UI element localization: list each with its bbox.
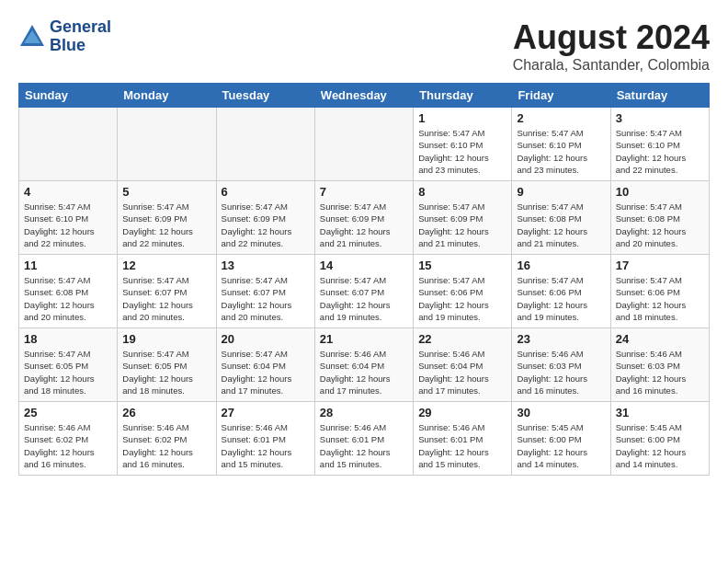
day-info: Sunrise: 5:47 AM Sunset: 6:07 PM Dayligh… [222, 274, 310, 323]
day-info: Sunrise: 5:46 AM Sunset: 6:02 PM Dayligh… [24, 421, 112, 470]
calendar-cell: 30Sunrise: 5:45 AM Sunset: 6:00 PM Dayli… [512, 402, 610, 476]
day-number: 24 [616, 332, 704, 346]
calendar-cell: 9Sunrise: 5:47 AM Sunset: 6:08 PM Daylig… [512, 181, 610, 255]
day-number: 5 [122, 185, 210, 199]
calendar-cell: 1Sunrise: 5:47 AM Sunset: 6:10 PM Daylig… [414, 108, 512, 181]
day-info: Sunrise: 5:47 AM Sunset: 6:09 PM Dayligh… [320, 201, 408, 249]
month-year: August 2024 [513, 18, 710, 57]
day-header-monday: Monday [118, 84, 216, 108]
day-info: Sunrise: 5:47 AM Sunset: 6:05 PM Dayligh… [122, 348, 210, 396]
day-number: 23 [517, 332, 605, 346]
calendar-cell: 11Sunrise: 5:47 AM Sunset: 6:08 PM Dayli… [19, 255, 118, 328]
calendar-cell: 6Sunrise: 5:47 AM Sunset: 6:09 PM Daylig… [216, 181, 314, 255]
day-info: Sunrise: 5:47 AM Sunset: 6:07 PM Dayligh… [122, 274, 210, 323]
day-info: Sunrise: 5:46 AM Sunset: 6:01 PM Dayligh… [222, 421, 310, 470]
day-info: Sunrise: 5:47 AM Sunset: 6:05 PM Dayligh… [24, 348, 112, 396]
location: Charala, Santander, Colombia [513, 57, 710, 74]
calendar-cell: 28Sunrise: 5:46 AM Sunset: 6:01 PM Dayli… [314, 402, 413, 476]
calendar-cell: 8Sunrise: 5:47 AM Sunset: 6:09 PM Daylig… [414, 181, 512, 255]
day-number: 1 [418, 111, 506, 125]
day-number: 9 [517, 185, 605, 199]
calendar-cell: 13Sunrise: 5:47 AM Sunset: 6:07 PM Dayli… [216, 255, 314, 328]
day-number: 4 [24, 185, 112, 199]
day-info: Sunrise: 5:45 AM Sunset: 6:00 PM Dayligh… [517, 421, 605, 470]
day-info: Sunrise: 5:47 AM Sunset: 6:08 PM Dayligh… [616, 201, 704, 249]
calendar-cell: 26Sunrise: 5:46 AM Sunset: 6:02 PM Dayli… [118, 402, 216, 476]
day-info: Sunrise: 5:47 AM Sunset: 6:08 PM Dayligh… [517, 201, 605, 249]
calendar-cell [216, 108, 314, 181]
page-header: General Blue August 2024 Charala, Santan… [18, 18, 710, 74]
day-number: 21 [320, 332, 408, 346]
calendar-cell: 12Sunrise: 5:47 AM Sunset: 6:07 PM Dayli… [118, 255, 216, 328]
day-info: Sunrise: 5:47 AM Sunset: 6:06 PM Dayligh… [418, 274, 506, 323]
day-info: Sunrise: 5:46 AM Sunset: 6:04 PM Dayligh… [320, 348, 408, 396]
calendar-cell: 3Sunrise: 5:47 AM Sunset: 6:10 PM Daylig… [610, 108, 709, 181]
day-info: Sunrise: 5:47 AM Sunset: 6:06 PM Dayligh… [517, 274, 605, 323]
day-number: 29 [418, 406, 506, 419]
week-row-4: 18Sunrise: 5:47 AM Sunset: 6:05 PM Dayli… [19, 328, 710, 402]
week-row-1: 1Sunrise: 5:47 AM Sunset: 6:10 PM Daylig… [19, 108, 710, 181]
day-number: 15 [418, 259, 506, 272]
day-number: 13 [222, 259, 310, 272]
day-number: 3 [616, 111, 704, 125]
day-number: 20 [222, 332, 310, 346]
day-header-thursday: Thursday [414, 84, 512, 108]
calendar-cell: 19Sunrise: 5:47 AM Sunset: 6:05 PM Dayli… [118, 328, 216, 402]
day-info: Sunrise: 5:46 AM Sunset: 6:04 PM Dayligh… [418, 348, 506, 396]
day-info: Sunrise: 5:47 AM Sunset: 6:04 PM Dayligh… [222, 348, 310, 396]
calendar-cell [118, 108, 216, 181]
calendar-cell: 25Sunrise: 5:46 AM Sunset: 6:02 PM Dayli… [19, 402, 118, 476]
day-number: 30 [517, 406, 605, 419]
day-header-wednesday: Wednesday [314, 84, 413, 108]
calendar-cell: 24Sunrise: 5:46 AM Sunset: 6:03 PM Dayli… [610, 328, 709, 402]
day-info: Sunrise: 5:46 AM Sunset: 6:03 PM Dayligh… [616, 348, 704, 396]
day-header-sunday: Sunday [19, 84, 118, 108]
calendar-cell: 14Sunrise: 5:47 AM Sunset: 6:07 PM Dayli… [314, 255, 413, 328]
calendar-cell: 31Sunrise: 5:45 AM Sunset: 6:00 PM Dayli… [610, 402, 709, 476]
calendar-cell: 22Sunrise: 5:46 AM Sunset: 6:04 PM Dayli… [414, 328, 512, 402]
calendar-cell: 17Sunrise: 5:47 AM Sunset: 6:06 PM Dayli… [610, 255, 709, 328]
day-info: Sunrise: 5:47 AM Sunset: 6:07 PM Dayligh… [320, 274, 408, 323]
day-number: 7 [320, 185, 408, 199]
calendar-cell: 21Sunrise: 5:46 AM Sunset: 6:04 PM Dayli… [314, 328, 413, 402]
calendar-cell: 27Sunrise: 5:46 AM Sunset: 6:01 PM Dayli… [216, 402, 314, 476]
day-number: 6 [222, 185, 310, 199]
day-number: 22 [418, 332, 506, 346]
calendar-cell: 4Sunrise: 5:47 AM Sunset: 6:10 PM Daylig… [19, 181, 118, 255]
day-header-friday: Friday [512, 84, 610, 108]
calendar-cell: 18Sunrise: 5:47 AM Sunset: 6:05 PM Dayli… [19, 328, 118, 402]
day-number: 11 [24, 259, 112, 272]
day-info: Sunrise: 5:47 AM Sunset: 6:08 PM Dayligh… [24, 274, 112, 323]
day-number: 16 [517, 259, 605, 272]
day-number: 18 [24, 332, 112, 346]
day-info: Sunrise: 5:47 AM Sunset: 6:10 PM Dayligh… [24, 201, 112, 249]
logo-text: General Blue [50, 18, 111, 55]
day-number: 10 [616, 185, 704, 199]
calendar-cell: 23Sunrise: 5:46 AM Sunset: 6:03 PM Dayli… [512, 328, 610, 402]
day-info: Sunrise: 5:47 AM Sunset: 6:09 PM Dayligh… [418, 201, 506, 249]
day-info: Sunrise: 5:47 AM Sunset: 6:06 PM Dayligh… [616, 274, 704, 323]
day-number: 17 [616, 259, 704, 272]
day-info: Sunrise: 5:47 AM Sunset: 6:10 PM Dayligh… [616, 127, 704, 176]
calendar-cell: 15Sunrise: 5:47 AM Sunset: 6:06 PM Dayli… [414, 255, 512, 328]
day-number: 8 [418, 185, 506, 199]
day-number: 25 [24, 406, 112, 419]
day-info: Sunrise: 5:46 AM Sunset: 6:01 PM Dayligh… [418, 421, 506, 470]
title-block: August 2024 Charala, Santander, Colombia [513, 18, 710, 74]
day-info: Sunrise: 5:47 AM Sunset: 6:09 PM Dayligh… [122, 201, 210, 249]
day-number: 14 [320, 259, 408, 272]
week-row-2: 4Sunrise: 5:47 AM Sunset: 6:10 PM Daylig… [19, 181, 710, 255]
day-info: Sunrise: 5:47 AM Sunset: 6:09 PM Dayligh… [222, 201, 310, 249]
day-info: Sunrise: 5:46 AM Sunset: 6:03 PM Dayligh… [517, 348, 605, 396]
day-number: 26 [122, 406, 210, 419]
day-number: 31 [616, 406, 704, 419]
day-info: Sunrise: 5:46 AM Sunset: 6:01 PM Dayligh… [320, 421, 408, 470]
day-info: Sunrise: 5:46 AM Sunset: 6:02 PM Dayligh… [122, 421, 210, 470]
week-row-5: 25Sunrise: 5:46 AM Sunset: 6:02 PM Dayli… [19, 402, 710, 476]
calendar-cell: 20Sunrise: 5:47 AM Sunset: 6:04 PM Dayli… [216, 328, 314, 402]
calendar-cell: 16Sunrise: 5:47 AM Sunset: 6:06 PM Dayli… [512, 255, 610, 328]
calendar-table: SundayMondayTuesdayWednesdayThursdayFrid… [18, 83, 710, 476]
day-number: 19 [122, 332, 210, 346]
logo-icon [18, 23, 46, 51]
calendar-cell: 10Sunrise: 5:47 AM Sunset: 6:08 PM Dayli… [610, 181, 709, 255]
